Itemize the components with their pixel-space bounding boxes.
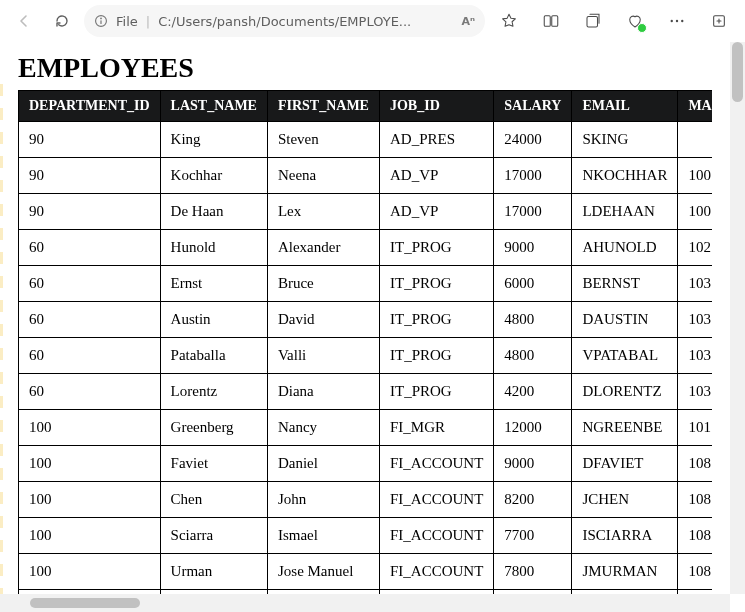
cell: Urman	[160, 554, 267, 590]
table-row: 90KochharNeenaAD_VP17000NKOCHHAR100	[19, 158, 713, 194]
info-icon	[94, 14, 108, 28]
cell: Neena	[267, 158, 379, 194]
cell: 7700	[494, 518, 572, 554]
address-bar[interactable]: File | C:/Users/pansh/Documents/EMPLOYE.…	[84, 5, 485, 37]
refresh-button[interactable]	[46, 5, 78, 37]
table-container: DEPARTMENT_IDLAST_NAMEFIRST_NAMEJOB_IDSA…	[18, 90, 712, 594]
performance-button[interactable]	[617, 5, 653, 37]
cell: Valli	[267, 338, 379, 374]
table-row: 60ErnstBruceIT_PROG6000BERNST103	[19, 266, 713, 302]
cell: 4800	[494, 338, 572, 374]
cell: 7800	[494, 554, 572, 590]
cell: FI_ACCOUNT	[379, 446, 493, 482]
table-row: 100SciarraIsmaelFI_ACCOUNT7700ISCIARRA10…	[19, 518, 713, 554]
cell: Pataballa	[160, 338, 267, 374]
cell: Daniel	[267, 446, 379, 482]
cell: DAUSTIN	[572, 302, 678, 338]
cell: Nancy	[267, 410, 379, 446]
back-button[interactable]	[8, 5, 40, 37]
employees-table: DEPARTMENT_IDLAST_NAMEFIRST_NAMEJOB_IDSA…	[18, 90, 712, 594]
horizontal-scroll-thumb[interactable]	[30, 598, 140, 608]
cell: AHUNOLD	[572, 230, 678, 266]
cell: Greenberg	[160, 410, 267, 446]
column-header: LAST_NAME	[160, 91, 267, 122]
page-viewport: EMPLOYEES DEPARTMENT_IDLAST_NAMEFIRST_NA…	[0, 42, 745, 612]
cell: 100	[678, 158, 712, 194]
open-new-window-button[interactable]	[701, 5, 737, 37]
cell: 9000	[494, 446, 572, 482]
cell: BERNST	[572, 266, 678, 302]
read-aloud-label[interactable]: Aⁿ	[461, 15, 475, 28]
collections-icon	[584, 12, 602, 30]
cell: 103	[678, 302, 712, 338]
cell: Jose Manuel	[267, 554, 379, 590]
cell: 60	[19, 302, 161, 338]
cell: 17000	[494, 158, 572, 194]
svg-rect-2	[100, 20, 101, 24]
svg-point-7	[676, 20, 678, 22]
svg-point-8	[681, 20, 683, 22]
cell: Chen	[160, 482, 267, 518]
browser-toolbar: File | C:/Users/pansh/Documents/EMPLOYE.…	[0, 0, 745, 42]
more-button[interactable]	[659, 5, 695, 37]
cell: 100	[19, 482, 161, 518]
cell: Alexander	[267, 230, 379, 266]
vertical-scrollbar[interactable]	[730, 42, 745, 594]
cell: 100	[19, 410, 161, 446]
split-screen-button[interactable]	[533, 5, 569, 37]
address-path: C:/Users/pansh/Documents/EMPLOYE...	[158, 14, 411, 29]
column-header: EMAIL	[572, 91, 678, 122]
cell: 108	[678, 518, 712, 554]
cell: Steven	[267, 122, 379, 158]
cell: LDEHAAN	[572, 194, 678, 230]
cell: Faviet	[160, 446, 267, 482]
vertical-scroll-thumb[interactable]	[732, 42, 743, 102]
table-body: 90KingStevenAD_PRES24000SKING90KochharNe…	[19, 122, 713, 595]
table-row: 90KingStevenAD_PRES24000SKING	[19, 122, 713, 158]
svg-rect-4	[552, 16, 558, 27]
cell: 4800	[494, 302, 572, 338]
cell: AD_PRES	[379, 122, 493, 158]
address-scheme: File	[116, 14, 138, 29]
table-row: 60AustinDavidIT_PROG4800DAUSTIN103	[19, 302, 713, 338]
svg-rect-5	[587, 17, 598, 28]
collections-button[interactable]	[575, 5, 611, 37]
cell: FI_ACCOUNT	[379, 482, 493, 518]
cell: 9000	[494, 230, 572, 266]
column-header: MANAGER_ID	[678, 91, 712, 122]
cell: 12000	[494, 410, 572, 446]
svg-point-6	[671, 20, 673, 22]
table-row: 100FavietDanielFI_ACCOUNT9000DFAVIET108	[19, 446, 713, 482]
cell: JMURMAN	[572, 554, 678, 590]
favorite-button[interactable]	[491, 5, 527, 37]
cell: 24000	[494, 122, 572, 158]
cell: IT_PROG	[379, 302, 493, 338]
cell: 100	[19, 554, 161, 590]
cell: IT_PROG	[379, 374, 493, 410]
cell: NGREENBE	[572, 410, 678, 446]
cell: 108	[678, 446, 712, 482]
cell: 103	[678, 338, 712, 374]
horizontal-scrollbar[interactable]	[0, 594, 730, 612]
cell: 108	[678, 554, 712, 590]
cell: Bruce	[267, 266, 379, 302]
ellipsis-icon	[668, 12, 686, 30]
cell: SKING	[572, 122, 678, 158]
cell: 90	[19, 158, 161, 194]
cell: 102	[678, 230, 712, 266]
cell: 100	[19, 446, 161, 482]
svg-point-1	[100, 18, 102, 20]
cell: 60	[19, 338, 161, 374]
column-header: SALARY	[494, 91, 572, 122]
cell: Kochhar	[160, 158, 267, 194]
cell: ISCIARRA	[572, 518, 678, 554]
cell: 100	[678, 194, 712, 230]
table-header-row: DEPARTMENT_IDLAST_NAMEFIRST_NAMEJOB_IDSA…	[19, 91, 713, 122]
cell: Austin	[160, 302, 267, 338]
cell: 8200	[494, 482, 572, 518]
cell: 90	[19, 194, 161, 230]
cell: De Haan	[160, 194, 267, 230]
cell: 60	[19, 374, 161, 410]
cell: 108	[678, 482, 712, 518]
cell: AD_VP	[379, 158, 493, 194]
